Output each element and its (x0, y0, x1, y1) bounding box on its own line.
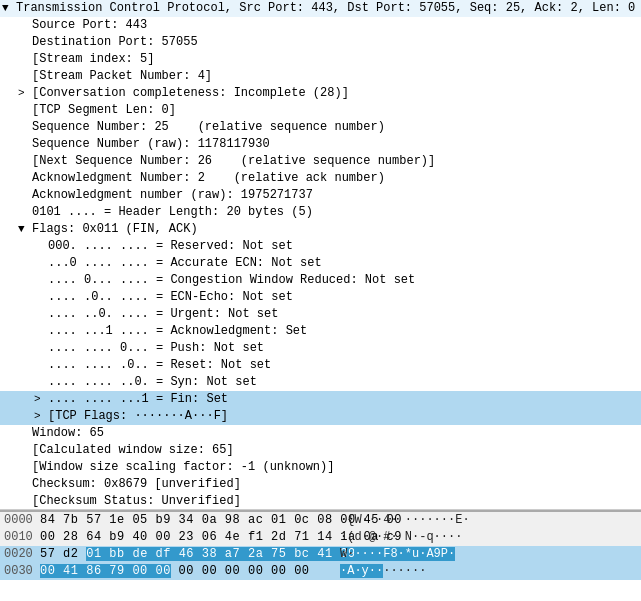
tree-line: Checksum: 0x8679 [unverified] (0, 476, 641, 493)
tree-line: Destination Port: 57055 (0, 34, 641, 51)
tree-line: [TCP Segment Len: 0] (0, 102, 641, 119)
hex-ascii: ·{W···4· ·······E· (340, 512, 470, 529)
tree-line: 000. .... .... = Reserved: Not set (0, 238, 641, 255)
tree-line[interactable]: ▼Transmission Control Protocol, Src Port… (0, 0, 641, 17)
tree-label: [Stream index: 5] (32, 51, 154, 68)
packet-tree-panel[interactable]: ▼Transmission Control Protocol, Src Port… (0, 0, 641, 510)
tree-line: [Window size scaling factor: -1 (unknown… (0, 459, 641, 476)
tree-label: Destination Port: 57055 (32, 34, 198, 51)
tree-expander[interactable]: > (18, 85, 32, 102)
tree-expander[interactable]: > (34, 408, 48, 425)
tree-label: .... ...1 .... = Acknowledgment: Set (48, 323, 307, 340)
tree-label: Source Port: 443 (32, 17, 147, 34)
tree-label: 000. .... .... = Reserved: Not set (48, 238, 293, 255)
tree-label: [Stream Packet Number: 4] (32, 68, 212, 85)
tree-line: .... ..0. .... = Urgent: Not set (0, 306, 641, 323)
tree-label: .... 0... .... = Congestion Window Reduc… (48, 272, 415, 289)
tree-label: Sequence Number (raw): 1178117930 (32, 136, 270, 153)
tree-line: [Checksum Status: Unverified] (0, 493, 641, 510)
tree-line: .... .... .0.. = Reset: Not set (0, 357, 641, 374)
tree-label: Acknowledgment number (raw): 1975271737 (32, 187, 313, 204)
hex-ascii: ·A·y········ (340, 563, 426, 580)
tree-label: Sequence Number: 25 (relative sequence n… (32, 119, 385, 136)
tree-line: .... 0... .... = Congestion Window Reduc… (0, 272, 641, 289)
tree-line[interactable]: >[Conversation completeness: Incomplete … (0, 85, 641, 102)
tree-line[interactable]: >[TCP Flags: ·······A···F] (0, 408, 641, 425)
tree-line: .... .0.. .... = ECN-Echo: Not set (0, 289, 641, 306)
hex-row: 003000 41 86 79 00 00 00 00 00 00 00 00·… (0, 563, 641, 580)
tree-label: Checksum: 0x8679 [unverified] (32, 476, 241, 493)
hex-ascii: W·····F8·*u·A9P· (340, 546, 455, 563)
hex-highlighted-bytes: 00 41 86 79 00 00 (40, 564, 171, 578)
tree-line: Acknowledgment number (raw): 1975271737 (0, 187, 641, 204)
tree-label: Acknowledgment Number: 2 (relative ack n… (32, 170, 385, 187)
tree-line: Acknowledgment Number: 2 (relative ack n… (0, 170, 641, 187)
tree-label: Flags: 0x011 (FIN, ACK) (32, 221, 198, 238)
hex-bytes: 00 28 64 b9 40 00 23 06 4e f1 2d 71 14 1… (40, 529, 340, 546)
tree-line: .... .... ..0. = Syn: Not set (0, 374, 641, 391)
hex-dump-panel: 000084 7b 57 1e 05 b9 34 0a 98 ac 01 0c … (0, 510, 641, 580)
tree-line[interactable]: ▼Flags: 0x011 (FIN, ACK) (0, 221, 641, 238)
tree-line: .... ...1 .... = Acknowledgment: Set (0, 323, 641, 340)
tree-label: .... .0.. .... = ECN-Echo: Not set (48, 289, 293, 306)
hex-bytes: 00 41 86 79 00 00 00 00 00 00 00 00 (40, 563, 340, 580)
hex-row: 000084 7b 57 1e 05 b9 34 0a 98 ac 01 0c … (0, 512, 641, 529)
tree-label: [Checksum Status: Unverified] (32, 493, 241, 510)
tree-line: 0101 .... = Header Length: 20 bytes (5) (0, 204, 641, 221)
hex-offset: 0000 (4, 512, 40, 529)
tree-line: [Next Sequence Number: 26 (relative sequ… (0, 153, 641, 170)
hex-bytes: 57 d2 01 bb de df 46 38 a7 2a 75 bc 41 3… (40, 546, 340, 563)
tree-label: Transmission Control Protocol, Src Port:… (16, 0, 635, 17)
tree-line: Sequence Number: 25 (relative sequence n… (0, 119, 641, 136)
tree-label: 0101 .... = Header Length: 20 bytes (5) (32, 204, 313, 221)
tree-line: .... .... 0... = Push: Not set (0, 340, 641, 357)
tree-line: [Stream index: 5] (0, 51, 641, 68)
tree-line: Sequence Number (raw): 1178117930 (0, 136, 641, 153)
tree-label: .... .... ..0. = Syn: Not set (48, 374, 257, 391)
tree-label: .... .... ...1 = Fin: Set (48, 391, 228, 408)
tree-label: .... .... 0... = Push: Not set (48, 340, 264, 357)
tree-expander[interactable]: > (34, 391, 48, 408)
tree-label: .... .... .0.. = Reset: Not set (48, 357, 271, 374)
tree-label: ...0 .... .... = Accurate ECN: Not set (48, 255, 322, 272)
tree-label: [Conversation completeness: Incomplete (… (32, 85, 349, 102)
tree-line: [Stream Packet Number: 4] (0, 68, 641, 85)
tree-label: [Next Sequence Number: 26 (relative sequ… (32, 153, 435, 170)
hex-highlighted-ascii: ·A·y·· (340, 564, 383, 578)
hex-bytes: 84 7b 57 1e 05 b9 34 0a 98 ac 01 0c 08 0… (40, 512, 340, 529)
tree-label: [Calculated window size: 65] (32, 442, 234, 459)
tree-label: [TCP Flags: ·······A···F] (48, 408, 228, 425)
hex-offset: 0030 (4, 563, 40, 580)
tree-label: Window: 65 (32, 425, 104, 442)
tree-line: Window: 65 (0, 425, 641, 442)
tree-expander[interactable]: ▼ (2, 0, 16, 17)
hex-offset: 0010 (4, 529, 40, 546)
hex-offset: 0020 (4, 546, 40, 563)
tree-label: .... ..0. .... = Urgent: Not set (48, 306, 278, 323)
tree-label: [Window size scaling factor: -1 (unknown… (32, 459, 334, 476)
hex-highlighted-ascii: ····F8·*u·A9P· (354, 547, 455, 561)
hex-row: 002057 d2 01 bb de df 46 38 a7 2a 75 bc … (0, 546, 641, 563)
tree-expander[interactable]: ▼ (18, 221, 32, 238)
tree-line: Source Port: 443 (0, 17, 641, 34)
tree-line[interactable]: >.... .... ...1 = Fin: Set (0, 391, 641, 408)
tree-line: [Calculated window size: 65] (0, 442, 641, 459)
tree-label: [TCP Segment Len: 0] (32, 102, 176, 119)
hex-row: 001000 28 64 b9 40 00 23 06 4e f1 2d 71 … (0, 529, 641, 546)
tree-line: ...0 .... .... = Accurate ECN: Not set (0, 255, 641, 272)
hex-ascii: ·(d·@·#· N·-q···· (340, 529, 462, 546)
